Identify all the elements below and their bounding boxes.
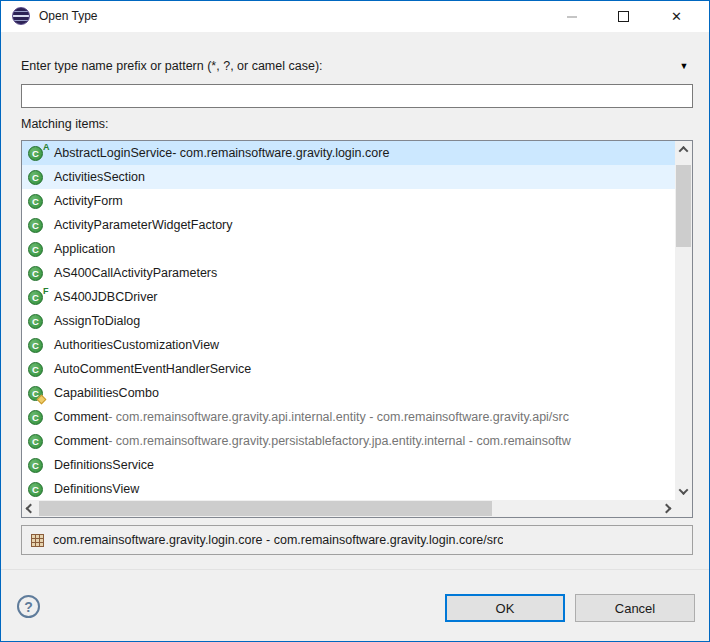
type-name: DefinitionsService xyxy=(54,458,154,472)
status-text: com.remainsoftware.gravity.login.core - … xyxy=(53,533,503,547)
footer-separator xyxy=(1,569,709,570)
scrollbar-corner xyxy=(675,500,692,517)
chevron-down-icon: ▼ xyxy=(680,61,689,71)
pattern-label: Enter type name prefix or pattern (*, ?,… xyxy=(21,59,323,73)
class-letter: C xyxy=(29,195,42,208)
class-icon: C xyxy=(28,338,43,353)
class-icon: C xyxy=(28,194,43,209)
list-item[interactable]: CDefinitionsView xyxy=(22,477,675,500)
open-type-dialog: Open Type ✕ Enter type name prefix or pa… xyxy=(0,0,710,642)
list-item[interactable]: CActivityForm xyxy=(22,189,675,213)
vertical-scrollbar[interactable] xyxy=(675,141,692,500)
list-item[interactable]: CActivitiesSection xyxy=(22,165,675,189)
type-pattern-input[interactable] xyxy=(21,84,693,108)
close-icon: ✕ xyxy=(671,10,682,23)
class-letter: C xyxy=(29,411,42,424)
class-icon: C xyxy=(28,410,43,425)
question-mark-icon: ? xyxy=(24,599,33,615)
class-icon: C xyxy=(28,266,43,281)
eclipse-logo-icon xyxy=(12,7,30,25)
help-button[interactable]: ? xyxy=(17,595,40,618)
type-name: ActivityForm xyxy=(54,194,123,208)
class-letter: C xyxy=(29,219,42,232)
matching-items-label: Matching items: xyxy=(21,117,109,131)
class-icon: C xyxy=(28,170,43,185)
class-icon: C xyxy=(28,290,43,305)
ok-button[interactable]: OK xyxy=(445,594,565,622)
class-letter: C xyxy=(29,315,42,328)
type-modifier-label: F xyxy=(43,286,49,296)
titlebar: Open Type ✕ xyxy=(1,1,709,32)
list-item[interactable]: CAutoCommentEventHandlerService xyxy=(22,357,675,381)
list-item[interactable]: CAS400CallActivityParameters xyxy=(22,261,675,285)
scroll-up-button[interactable] xyxy=(675,141,692,158)
chevron-up-icon xyxy=(679,146,689,156)
scroll-down-button[interactable] xyxy=(675,483,692,500)
class-letter: C xyxy=(29,483,42,496)
class-letter: C xyxy=(29,243,42,256)
minimize-icon xyxy=(567,16,577,18)
status-bar: com.remainsoftware.gravity.login.core - … xyxy=(21,525,693,555)
list-item[interactable]: CDefinitionsService xyxy=(22,453,675,477)
minimize-button[interactable] xyxy=(549,1,594,32)
type-name: Comment xyxy=(54,410,108,424)
maximize-icon xyxy=(618,11,629,22)
class-warning-icon: C xyxy=(28,386,43,401)
type-name: ActivitiesSection xyxy=(54,170,145,184)
class-icon: C xyxy=(28,434,43,449)
type-name: CapabilitiesCombo xyxy=(54,386,159,400)
class-icon: C xyxy=(28,362,43,377)
horizontal-scrollbar-thumb[interactable] xyxy=(39,501,492,516)
list-item[interactable]: CFAS400JDBCDriver xyxy=(22,285,675,309)
class-letter: C xyxy=(29,147,42,160)
class-icon: C xyxy=(28,242,43,257)
scroll-right-button[interactable] xyxy=(658,500,675,517)
vertical-scrollbar-thumb[interactable] xyxy=(676,165,691,247)
class-icon: C xyxy=(28,458,43,473)
class-icon: C xyxy=(28,146,43,161)
package-icon xyxy=(31,534,44,547)
chevron-left-icon xyxy=(26,504,36,514)
type-name: AssignToDialog xyxy=(54,314,140,328)
chevron-right-icon xyxy=(662,504,672,514)
class-icon: C xyxy=(28,482,43,497)
type-name: AS400JDBCDriver xyxy=(54,290,158,304)
class-icon: C xyxy=(28,218,43,233)
type-name: AS400CallActivityParameters xyxy=(54,266,217,280)
cancel-button[interactable]: Cancel xyxy=(575,594,695,622)
type-name: AutoCommentEventHandlerService xyxy=(54,362,251,376)
type-name: Comment xyxy=(54,434,108,448)
maximize-button[interactable] xyxy=(601,1,646,32)
type-name: AuthoritiesCustomizationView xyxy=(54,338,219,352)
pattern-history-dropdown[interactable]: ▼ xyxy=(673,57,695,75)
list-item[interactable]: CAssignToDialog xyxy=(22,309,675,333)
list-item[interactable]: CComment - com.remainsoftware.gravity.pe… xyxy=(22,429,675,453)
matching-items-listbox: CAAbstractLoginService - com.remainsoftw… xyxy=(21,140,693,518)
type-name: Application xyxy=(54,242,115,256)
class-letter: C xyxy=(29,171,42,184)
class-letter: C xyxy=(29,459,42,472)
type-modifier-label: A xyxy=(43,142,50,152)
type-name: ActivityParameterWidgetFactory xyxy=(54,218,233,232)
list-item[interactable]: CActivityParameterWidgetFactory xyxy=(22,213,675,237)
chevron-down-icon xyxy=(679,485,689,495)
class-letter: C xyxy=(29,435,42,448)
list-item[interactable]: CAuthoritiesCustomizationView xyxy=(22,333,675,357)
horizontal-scrollbar[interactable] xyxy=(22,500,675,517)
class-icon: C xyxy=(28,314,43,329)
close-button[interactable]: ✕ xyxy=(654,1,699,32)
scroll-left-button[interactable] xyxy=(22,500,39,517)
class-letter: C xyxy=(29,363,42,376)
type-name: DefinitionsView xyxy=(54,482,139,496)
list-item[interactable]: CComment - com.remainsoftware.gravity.ap… xyxy=(22,405,675,429)
type-qualifier: - com.remainsoftware.gravity.api.interna… xyxy=(108,410,569,424)
class-letter: C xyxy=(29,267,42,280)
window-title: Open Type xyxy=(39,1,98,32)
list-item[interactable]: CAAbstractLoginService - com.remainsoftw… xyxy=(22,141,675,165)
type-qualifier: - com.remainsoftware.gravity.persistable… xyxy=(108,434,571,448)
class-letter: C xyxy=(29,339,42,352)
type-qualifier: - com.remainsoftware.gravity.login.core xyxy=(172,146,389,160)
type-name: AbstractLoginService xyxy=(54,146,172,160)
list-item[interactable]: CApplication xyxy=(22,237,675,261)
list-item[interactable]: CCapabilitiesCombo xyxy=(22,381,675,405)
